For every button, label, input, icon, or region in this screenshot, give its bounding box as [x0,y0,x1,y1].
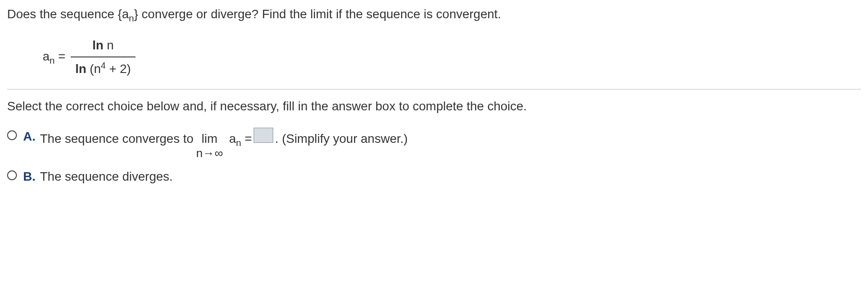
choice-b-label: B. [23,168,36,186]
choice-a-before: The sequence converges to [40,130,194,148]
limit-an: an = [226,130,252,150]
an-eq: = [241,132,252,146]
radio-a[interactable] [7,130,17,140]
numer-arg: n [104,38,114,52]
denom-close: + 2) [106,62,131,76]
choice-a-row: A. The sequence converges to lim n→∞ an … [7,128,861,160]
formula-a: a [43,49,50,63]
fraction-denominator: ln (n4 + 2) [71,57,135,80]
choice-b-row: B. The sequence diverges. [7,168,861,186]
prompt-text-suffix: } converge or diverge? Find the limit if… [134,7,501,21]
choice-a-label: A. [23,128,36,146]
formula-lhs: an = [43,48,65,67]
choice-a-body: The sequence converges to lim n→∞ an = .… [40,128,408,160]
radio-b[interactable] [7,170,17,180]
denom-ln: ln [75,62,86,76]
limit-bottom: n→∞ [196,147,223,160]
prompt-text-prefix: Does the sequence {a [7,7,129,21]
denom-open: (n [86,62,101,76]
fraction-numerator: ln n [88,35,118,57]
choice-a-after: . (Simplify your answer.) [275,130,408,148]
answer-input[interactable] [254,128,273,143]
choice-b-text: The sequence diverges. [40,168,173,186]
an-sub: n [236,137,241,148]
question-prompt: Does the sequence {an} converge or diver… [7,5,861,25]
limit-top: lim [202,132,218,146]
denom-exp: 4 [101,61,106,70]
formula-fraction: ln n ln (n4 + 2) [71,35,135,80]
instruction: Select the correct choice below and, if … [7,97,861,116]
formula-a-sub: n [50,55,55,65]
limit-expr: lim n→∞ [196,132,223,160]
an-a: a [229,132,236,146]
formula: an = ln n ln (n4 + 2) [43,35,861,80]
numer-ln: ln [92,38,104,52]
prompt-sub: n [129,13,134,23]
choice-b-body: The sequence diverges. [40,168,173,186]
formula-equals: = [55,49,65,63]
separator [7,89,861,89]
